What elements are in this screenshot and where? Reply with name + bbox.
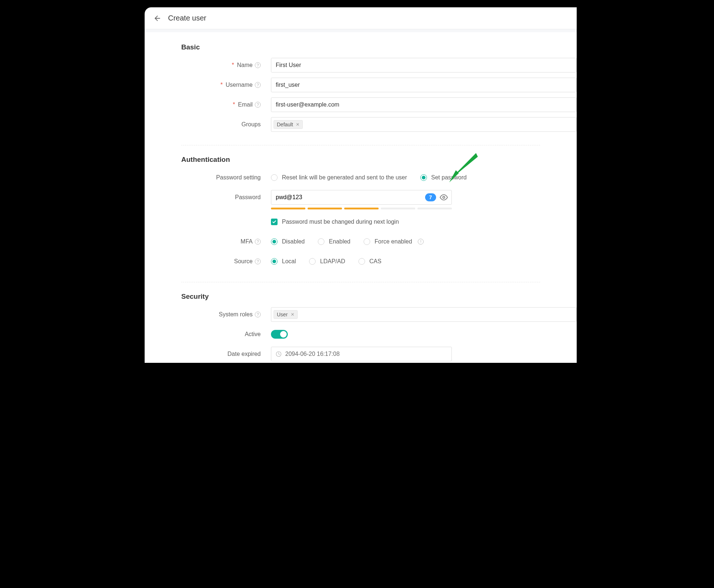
section-security: Security System roles ? User ✕ — [145, 293, 577, 363]
source-radio-group: Local LDAP/AD CAS — [271, 254, 577, 269]
radio-reset-link[interactable]: Reset link will be generated and sent to… — [271, 170, 407, 185]
required-asterisk: * — [220, 78, 223, 92]
radio-icon — [420, 174, 427, 181]
active-switch[interactable] — [271, 330, 288, 339]
help-icon[interactable]: ? — [255, 82, 261, 88]
password-length-badge: 7 — [425, 193, 436, 201]
radio-icon — [271, 238, 278, 245]
password-setting-radio-group: Reset link will be generated and sent to… — [271, 170, 577, 185]
radio-icon — [318, 238, 324, 245]
system-roles-select[interactable]: User ✕ — [271, 307, 577, 322]
label-email: * Email ? — [145, 97, 271, 112]
required-asterisk: * — [232, 58, 234, 72]
password-input-wrap: 7 — [271, 190, 452, 205]
label-source: Source ? — [145, 254, 271, 269]
radio-icon — [364, 238, 370, 245]
help-icon[interactable]: ? — [255, 102, 261, 108]
radio-set-password[interactable]: Set password — [420, 170, 467, 185]
label-name: * Name ? — [145, 58, 271, 72]
mfa-radio-group: Disabled Enabled Force enabled ! — [271, 234, 577, 249]
section-separator — [181, 145, 540, 145]
radio-source-ldap[interactable]: LDAP/AD — [309, 254, 345, 269]
password-input[interactable] — [276, 194, 421, 201]
arrow-left-icon — [153, 14, 161, 22]
label-active: Active — [145, 327, 271, 342]
back-button[interactable] — [151, 12, 164, 25]
close-icon[interactable]: ✕ — [296, 122, 300, 127]
name-input[interactable] — [271, 58, 577, 72]
section-title-auth: Authentication — [145, 156, 577, 170]
section-title-security: Security — [145, 293, 577, 307]
label-system-roles: System roles ? — [145, 307, 271, 322]
groups-select[interactable]: Default ✕ — [271, 117, 577, 132]
date-expired-picker[interactable]: 2094-06-20 16:17:08 — [271, 347, 452, 361]
role-tag: User ✕ — [274, 310, 298, 319]
radio-mfa-disabled[interactable]: Disabled — [271, 234, 305, 249]
close-icon[interactable]: ✕ — [291, 312, 294, 317]
label-date-expired: Date expired — [145, 347, 271, 361]
label-password: Password — [145, 190, 271, 205]
radio-mfa-force-enabled[interactable]: Force enabled ! — [364, 234, 424, 249]
info-icon[interactable]: ! — [418, 239, 424, 245]
svg-point-1 — [443, 196, 445, 198]
password-strength-meter — [271, 208, 452, 209]
help-icon[interactable]: ? — [255, 62, 261, 68]
label-mfa: MFA ? — [145, 234, 271, 249]
help-icon[interactable]: ? — [255, 312, 261, 317]
radio-icon — [309, 258, 316, 265]
section-basic: Basic * Name ? * Username ? — [145, 43, 577, 145]
email-input[interactable] — [271, 97, 577, 112]
radio-source-cas[interactable]: CAS — [358, 254, 382, 269]
section-separator — [181, 282, 540, 282]
label-password-setting: Password setting — [145, 170, 271, 185]
page-header: Create user — [145, 7, 577, 29]
checkbox-checked-icon — [271, 219, 278, 225]
group-tag: Default ✕ — [274, 120, 303, 129]
label-groups: Groups — [145, 117, 271, 132]
section-title-basic: Basic — [145, 43, 577, 58]
clock-icon — [276, 351, 282, 357]
label-username: * Username ? — [145, 78, 271, 92]
username-input[interactable] — [271, 78, 577, 92]
page-title: Create user — [168, 14, 207, 22]
radio-icon — [271, 174, 278, 181]
must-change-password-checkbox[interactable]: Password must be changed during next log… — [271, 215, 399, 229]
required-asterisk: * — [233, 97, 235, 112]
help-icon[interactable]: ? — [255, 258, 261, 264]
date-expired-value: 2094-06-20 16:17:08 — [285, 351, 340, 357]
eye-icon[interactable] — [440, 193, 448, 201]
section-authentication: Authentication Password setting Reset li… — [145, 156, 577, 282]
radio-mfa-enabled[interactable]: Enabled — [318, 234, 350, 249]
radio-icon — [271, 258, 278, 265]
radio-source-local[interactable]: Local — [271, 254, 296, 269]
help-icon[interactable]: ? — [255, 239, 261, 245]
radio-icon — [358, 258, 365, 265]
